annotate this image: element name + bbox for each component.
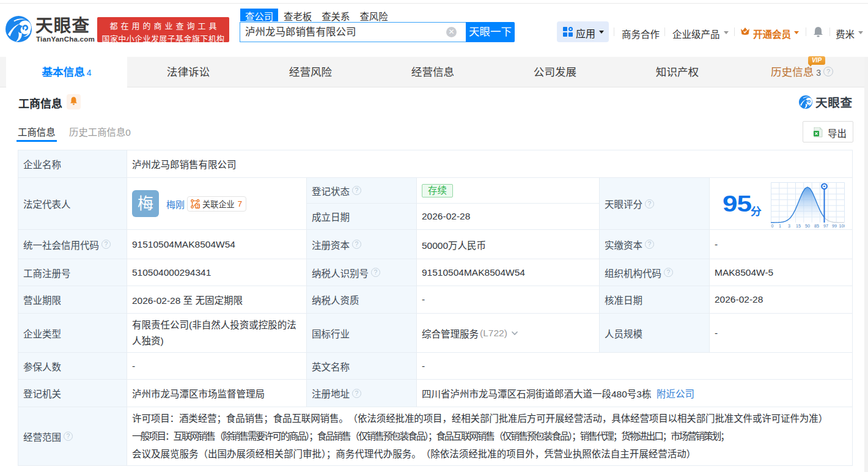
svg-text:99: 99 [832, 223, 837, 228]
svg-text:85: 85 [814, 223, 819, 228]
svg-text:3: 3 [788, 223, 790, 228]
svg-text:15: 15 [796, 223, 801, 228]
svg-text:97: 97 [823, 223, 828, 228]
svg-text:0: 0 [771, 223, 774, 228]
svg-text:50: 50 [805, 223, 810, 228]
svg-text:1: 1 [779, 223, 781, 228]
svg-text:100: 100 [839, 223, 845, 228]
svg-text:天眼查: 天眼查 [815, 96, 853, 109]
svg-text:企: 企 [196, 204, 200, 208]
